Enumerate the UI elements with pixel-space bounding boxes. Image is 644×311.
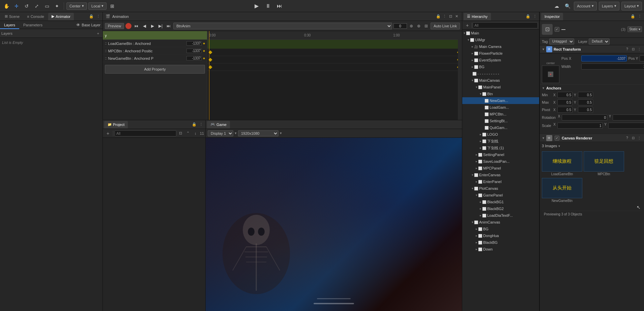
hand-tool-btn[interactable]: ✋	[2, 2, 11, 10]
rect-transform-more-btn[interactable]: ⋮	[637, 47, 642, 52]
proj-icon-btn-2[interactable]: ⌃	[185, 130, 191, 136]
rotate-tool-btn[interactable]: ↺	[22, 2, 31, 10]
hierarchy-search[interactable]	[473, 22, 538, 28]
timeline-scroll[interactable]	[458, 31, 462, 120]
track-val-1[interactable]	[186, 49, 202, 53]
track-val-2[interactable]	[186, 56, 202, 60]
close-anim-btn[interactable]: ✕	[454, 14, 459, 19]
lock-anim-btn[interactable]: 🔒	[436, 14, 441, 19]
play-btn[interactable]: ▶	[252, 1, 262, 11]
inspector-tab[interactable]: Inspector	[541, 13, 563, 20]
hier-item-32[interactable]: ▸⬜Down	[462, 246, 539, 253]
pin-btn-1[interactable]: ⊕	[408, 23, 414, 29]
pin-btn-3[interactable]: ⊞	[423, 23, 429, 29]
rect-transform-presets-btn[interactable]: ⊡	[631, 47, 636, 52]
more-hier-btn[interactable]: ⋮	[532, 14, 538, 20]
hier-item-13[interactable]: ⬜SettingBt...	[462, 118, 539, 124]
width-input[interactable]	[581, 63, 644, 70]
hier-item-6[interactable]: ⬜- - - - - - - - - -	[462, 70, 539, 77]
hier-item-18[interactable]: ▸⬜SettingPanel	[462, 151, 539, 158]
lock-project-btn[interactable]: 🔒	[191, 122, 197, 128]
anchor-min-y-input[interactable]	[578, 92, 593, 98]
anchor-max-x-input[interactable]	[557, 99, 573, 105]
hier-item-10[interactable]: ⬜NewGam...	[462, 97, 539, 104]
next-frame-btn[interactable]: ▶|	[157, 23, 164, 29]
hier-item-24[interactable]: ▾⬜GamePanel	[462, 192, 539, 199]
track-row-0[interactable]: :: LoadGameBtn : Anchored ◆	[103, 40, 207, 47]
max-anim-btn[interactable]: ⊡	[448, 14, 453, 19]
animator-params-tab[interactable]: Parameters	[19, 21, 47, 29]
hier-item-11[interactable]: ⬜LoadGam...	[462, 104, 539, 111]
static-btn[interactable]: Static ▾	[627, 26, 642, 32]
tab-scene[interactable]: ⊞ Scene	[1, 13, 23, 20]
hier-item-9[interactable]: ▾⬜Btn	[462, 90, 539, 97]
layers-btn[interactable]: Layers ▾	[599, 2, 619, 10]
hier-item-31[interactable]: ▸⬜BlackBG	[462, 239, 539, 246]
add-project-btn[interactable]: +	[104, 130, 112, 136]
hier-item-14[interactable]: ⬜QuitGam...	[462, 124, 539, 131]
account-btn[interactable]: Account ▾	[574, 2, 597, 10]
pivot-center-btn[interactable]: Center ▾	[66, 2, 87, 10]
pin-btn-2[interactable]: ⊕	[416, 23, 422, 29]
proj-icon-btn-3[interactable]: ↕	[193, 130, 199, 136]
anchor-min-x-input[interactable]	[557, 92, 573, 98]
hier-item-7[interactable]: ▾⬜MainCanvas	[462, 77, 539, 84]
layer-dropdown[interactable]: Default	[589, 38, 610, 45]
lock-inspector-btn[interactable]: 🔒	[630, 14, 636, 20]
track-row-1[interactable]: :: MPCBtn : Anchored Positic ◆	[103, 47, 207, 55]
rect-tool-btn[interactable]: ▭	[42, 2, 51, 10]
hier-item-16[interactable]: ▸⬜下划线	[462, 138, 539, 145]
hier-item-4[interactable]: ▸⬜EventSystem	[462, 57, 539, 63]
go-end-btn[interactable]: ⏭	[165, 23, 172, 29]
hier-item-21[interactable]: ▾⬜EnterCanvas	[462, 172, 539, 178]
go-start-btn[interactable]: ⏮	[133, 23, 140, 29]
frame-input[interactable]	[393, 23, 407, 29]
lock-animator-btn[interactable]: 🔒	[88, 14, 94, 20]
tab-animator[interactable]: ▶ Animator	[48, 13, 74, 20]
transform-tool-btn[interactable]: ✦	[53, 2, 61, 10]
scale-x-input[interactable]	[557, 123, 603, 129]
object-active-checkbox[interactable]: ✓	[555, 27, 559, 32]
project-tab[interactable]: 📁 Project	[104, 121, 128, 128]
step-btn[interactable]: ⏭	[274, 1, 285, 11]
resolution-select[interactable]: 1920x1080	[238, 130, 279, 136]
game-tab[interactable]: 🎮 Game	[207, 121, 230, 128]
hier-item-19[interactable]: ▸⬜SaveLoadPan...	[462, 158, 539, 165]
canvas-renderer-more-btn[interactable]: ⋮	[637, 135, 642, 141]
hier-item-25[interactable]: ▸⬜BlackBG1	[462, 199, 539, 205]
track-val-0[interactable]	[186, 41, 202, 46]
rot-x-input[interactable]	[562, 114, 607, 121]
move-tool-btn[interactable]: ✛	[12, 2, 21, 10]
add-property-btn[interactable]: Add Property	[105, 65, 205, 74]
track-row-2[interactable]: :: NewGameBtn : Anchored P ◆	[103, 55, 207, 62]
hier-item-2[interactable]: ▸🎥Main Camera	[462, 43, 539, 50]
hier-item-17[interactable]: ▸⬜下划线 (1)	[462, 145, 539, 151]
rect-transform-header[interactable]: ▼ R Rect Transform ? ⊡ ⋮	[540, 45, 644, 53]
pos-x-input[interactable]	[581, 55, 627, 61]
hier-item-23[interactable]: ▾⬜PlotCanvas	[462, 185, 539, 192]
hier-item-27[interactable]: ▸⬜LoadDiaTextF...	[462, 212, 539, 219]
clip-dropdown[interactable]: BtnAnim	[173, 23, 392, 29]
proj-icon-btn-1[interactable]: ⊡	[178, 130, 184, 136]
hier-item-8[interactable]: ▾⬜MainPanel	[462, 84, 539, 90]
hier-item-28[interactable]: ▾⬜AnimCanvas	[462, 219, 539, 226]
add-layer-btn[interactable]: +	[95, 30, 101, 36]
layout-btn[interactable]: Layout ▾	[621, 2, 642, 10]
preview-btn[interactable]: Preview	[105, 23, 124, 29]
anchor-pivot-y-input[interactable]	[578, 107, 593, 113]
project-search[interactable]	[115, 130, 176, 136]
collab-btn[interactable]: ☁	[552, 2, 561, 10]
hier-item-1[interactable]: ▾⬜UIMgr	[462, 36, 539, 43]
rot-y-input[interactable]	[613, 114, 644, 121]
rect-transform-help-btn[interactable]: ?	[624, 47, 630, 52]
hier-item-30[interactable]: ▸⬜DongHua	[462, 232, 539, 239]
hierarchy-tab[interactable]: ☰ Hierarchy	[464, 13, 491, 20]
hier-item-3[interactable]: ▸⬜FlowerParticle	[462, 50, 539, 57]
hier-item-15[interactable]: ▸⬜LOGO	[462, 131, 539, 138]
pivot-local-btn[interactable]: Local ▾	[88, 2, 107, 10]
canvas-renderer-enabled[interactable]: ✓	[555, 136, 559, 140]
scale-tool-btn[interactable]: ⤢	[32, 2, 41, 10]
pos-y-input[interactable]	[640, 55, 644, 61]
tag-dropdown[interactable]: Untagged	[549, 38, 574, 45]
canvas-renderer-help-btn[interactable]: ?	[624, 135, 630, 141]
